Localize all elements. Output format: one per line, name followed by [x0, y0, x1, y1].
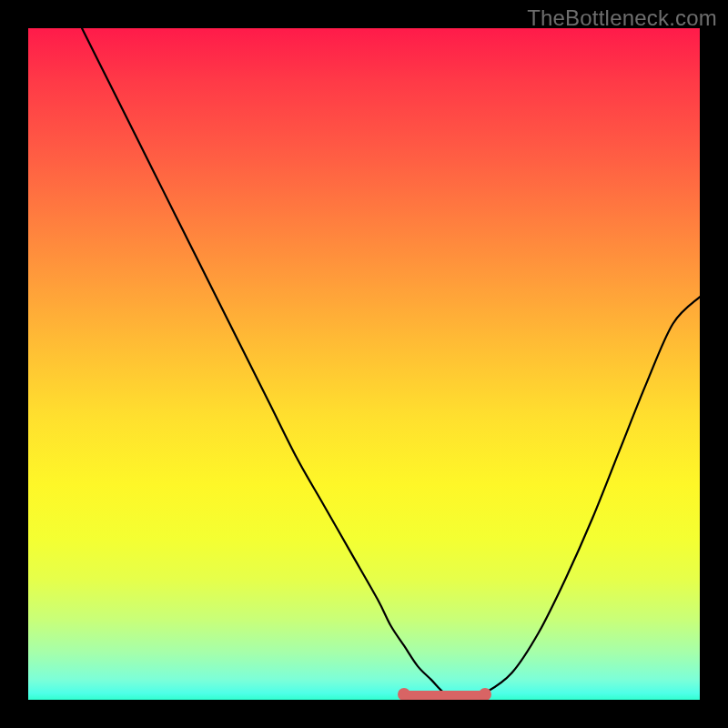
chart-frame: TheBottleneck.com [0, 0, 728, 728]
watermark-text: TheBottleneck.com [527, 5, 717, 31]
optimal-range-marker-left [398, 688, 410, 700]
plot-area [28, 28, 700, 700]
bottleneck-curve [28, 28, 700, 700]
optimal-range-marker-right [479, 688, 491, 700]
optimal-range-marker [404, 691, 485, 700]
